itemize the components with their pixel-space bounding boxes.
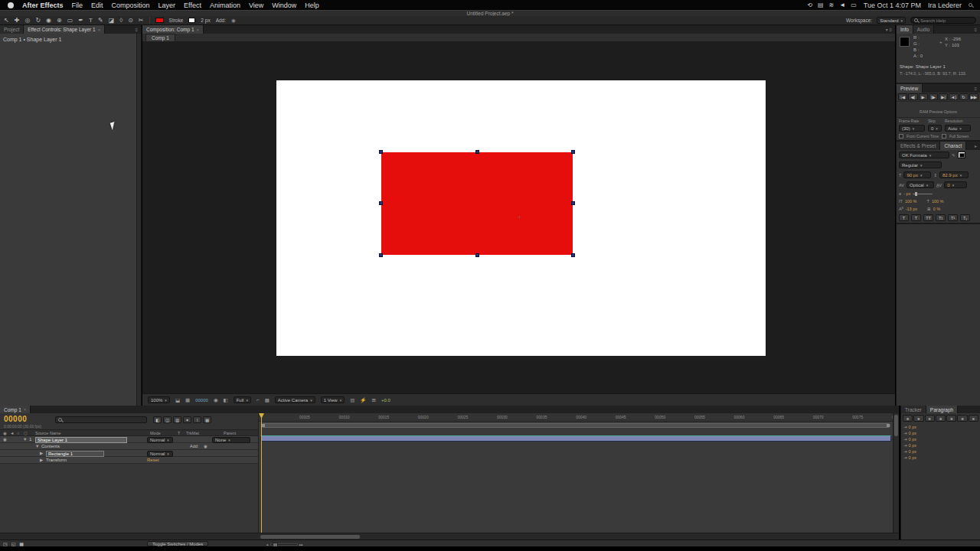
- justify-last-right-button[interactable]: ≡: [957, 415, 967, 422]
- time-ruler[interactable]: 0000500010000150002000025000300003500040…: [259, 413, 893, 422]
- font-size-dropdown[interactable]: 90 px: [903, 171, 931, 178]
- comp-subtab[interactable]: Comp 1: [145, 34, 175, 41]
- timeline-track-area[interactable]: 0000500010000150002000025000300003500040…: [258, 413, 893, 533]
- safe-guides-icon[interactable]: ⬓: [175, 397, 180, 403]
- pen-tool-icon[interactable]: ✒: [78, 17, 83, 24]
- preview-resolution-dropdown[interactable]: Auto: [945, 125, 971, 132]
- graph-editor-icon[interactable]: ▦: [203, 416, 211, 423]
- clone-stamp-tool-icon[interactable]: ◪: [109, 17, 115, 24]
- loop-button[interactable]: ↻: [959, 93, 969, 100]
- camera-dropdown[interactable]: Active Camera: [275, 396, 315, 403]
- comp-viewport[interactable]: +: [142, 42, 895, 393]
- sync-status-icon[interactable]: ⟲: [807, 2, 812, 8]
- fast-preview-icon[interactable]: ⚡: [360, 397, 366, 403]
- expand-layers-icon[interactable]: ◳: [3, 541, 8, 546]
- menu-clock[interactable]: Tue Oct 1 4:07 PM: [864, 2, 921, 9]
- transform-reset-link[interactable]: Reset: [147, 458, 159, 462]
- rectangle-mode-dropdown[interactable]: Normal: [147, 451, 173, 457]
- stroke-width-slider[interactable]: [913, 194, 933, 194]
- close-icon[interactable]: ×: [197, 28, 200, 32]
- tab-effects-presets[interactable]: Effects & Preset: [897, 142, 940, 150]
- tab-project[interactable]: Project: [0, 25, 24, 34]
- selection-handle[interactable]: [379, 253, 383, 257]
- current-time-indicator[interactable]: [261, 413, 262, 533]
- zoom-tool-icon[interactable]: ◎: [24, 17, 30, 24]
- justify-last-left-button[interactable]: ≡: [936, 415, 946, 422]
- rotation-tool-icon[interactable]: ↻: [35, 17, 41, 24]
- current-timecode[interactable]: 00000: [4, 415, 27, 423]
- options-icon[interactable]: ▦: [19, 541, 24, 546]
- add-menu-icon[interactable]: ◉: [231, 18, 236, 24]
- horizontal-scale-value[interactable]: 100 %: [932, 199, 944, 204]
- close-icon[interactable]: ×: [24, 407, 27, 412]
- full-screen-checkbox[interactable]: [942, 134, 946, 139]
- resolution-dropdown[interactable]: Full: [234, 396, 251, 403]
- menu-item[interactable]: After Effects: [22, 2, 64, 9]
- eraser-tool-icon[interactable]: ◊: [119, 17, 122, 24]
- hand-tool-icon[interactable]: ✚: [15, 17, 20, 24]
- menu-item[interactable]: File: [72, 2, 83, 9]
- roi-icon[interactable]: ⌐: [256, 397, 260, 403]
- tab-paragraph[interactable]: Paragraph: [926, 406, 958, 413]
- timeline-horizontal-scrollbar[interactable]: [0, 533, 899, 540]
- comp-timecode[interactable]: 00000: [195, 398, 208, 403]
- selection-handle[interactable]: [571, 150, 575, 154]
- frame-rate-dropdown[interactable]: (30): [899, 125, 925, 132]
- transparency-grid-icon[interactable]: ▩: [265, 397, 270, 403]
- display-status-icon[interactable]: ▤: [818, 2, 824, 8]
- rectangle-row[interactable]: ▶ Rectangle 1 Normal: [0, 450, 258, 457]
- previous-frame-button[interactable]: ◀|: [908, 93, 917, 100]
- audio-toggle-button[interactable]: ◄): [949, 93, 958, 100]
- spotlight-icon[interactable]: [969, 3, 972, 7]
- selection-handle[interactable]: [571, 253, 575, 257]
- shape-layer-rectangle[interactable]: [381, 152, 573, 255]
- stroke-width-value[interactable]: 2 px: [201, 18, 210, 23]
- justify-last-center-button[interactable]: ≡: [946, 415, 956, 422]
- timeline-vertical-scrollbar[interactable]: [893, 413, 899, 533]
- selection-handle[interactable]: [379, 150, 383, 154]
- camera-tool-icon[interactable]: ◉: [46, 17, 51, 24]
- menu-item[interactable]: Effect: [184, 2, 201, 9]
- apple-logo-icon[interactable]: [8, 2, 14, 8]
- layer-mode-dropdown[interactable]: Normal: [147, 437, 173, 443]
- layer-row[interactable]: ◉ ▼ 1 Shape Layer 1 Normal None: [0, 436, 258, 443]
- transform-label[interactable]: Transform: [46, 458, 67, 462]
- skip-dropdown[interactable]: 0: [928, 125, 942, 132]
- leading-dropdown[interactable]: 82.9 px: [939, 171, 969, 178]
- panel-menu-icon[interactable]: ≡: [971, 25, 980, 34]
- all-caps-button[interactable]: TT: [923, 214, 933, 221]
- menu-item[interactable]: Layer: [158, 2, 176, 9]
- mode-column[interactable]: Mode: [150, 431, 161, 435]
- channel-icon[interactable]: ◧: [224, 397, 228, 403]
- tab-preview[interactable]: Preview: [897, 84, 923, 93]
- composition-canvas[interactable]: +: [276, 80, 766, 356]
- subscript-button[interactable]: T₁: [960, 214, 970, 221]
- small-caps-button[interactable]: Tt: [936, 214, 946, 221]
- battery-status-icon[interactable]: ▭: [851, 2, 857, 8]
- fill-stroke-swatch[interactable]: [958, 152, 965, 158]
- selection-tool-icon[interactable]: ↖: [4, 17, 9, 24]
- selection-handle[interactable]: [475, 253, 479, 257]
- align-left-button[interactable]: ≡: [903, 415, 913, 422]
- superscript-button[interactable]: T¹: [948, 214, 958, 221]
- kerning-dropdown[interactable]: Optical: [906, 181, 934, 188]
- tsume-value[interactable]: 0 %: [933, 207, 940, 211]
- work-area-bar[interactable]: [261, 423, 890, 428]
- view-layout-dropdown[interactable]: 1 View: [321, 396, 345, 403]
- add-shape-icon[interactable]: ◉: [204, 444, 207, 448]
- font-family-dropdown[interactable]: OK Formata: [899, 152, 949, 158]
- exposure-offset[interactable]: +0.0: [381, 398, 390, 403]
- ram-preview-button[interactable]: ▶▶: [969, 93, 978, 100]
- tab-effect-controls[interactable]: Effect Controls: Shape Layer 1×: [24, 25, 105, 34]
- rectangle-label[interactable]: Rectangle 1: [46, 451, 104, 457]
- comp-mini-flowchart-icon[interactable]: ◧: [153, 416, 162, 423]
- faux-bold-button[interactable]: T: [899, 214, 909, 221]
- menu-item[interactable]: View: [249, 2, 263, 9]
- draft-3d-icon[interactable]: ◫: [163, 416, 172, 423]
- toggle-switches-modes-button[interactable]: Toggle Switches / Modes: [147, 541, 208, 546]
- contents-label[interactable]: Contents: [41, 444, 60, 448]
- fill-color-swatch[interactable]: [155, 18, 164, 23]
- menu-item[interactable]: Window: [272, 2, 296, 9]
- menu-user[interactable]: Ira Lederer: [928, 2, 962, 9]
- menu-item[interactable]: Help: [305, 2, 319, 9]
